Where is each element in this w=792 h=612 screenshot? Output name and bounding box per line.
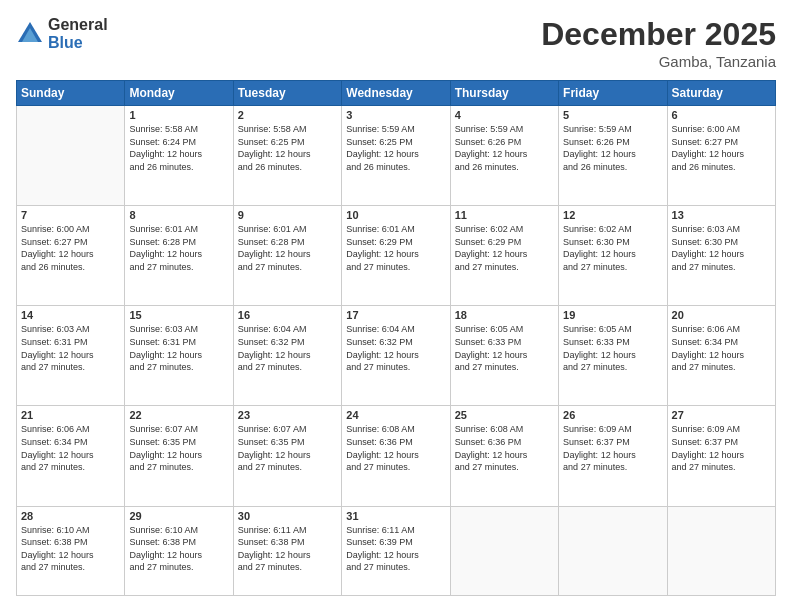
day-number: 21 (21, 409, 120, 421)
calendar-cell: 17Sunrise: 6:04 AMSunset: 6:32 PMDayligh… (342, 306, 450, 406)
calendar: SundayMondayTuesdayWednesdayThursdayFrid… (16, 80, 776, 596)
day-number: 23 (238, 409, 337, 421)
calendar-cell: 27Sunrise: 6:09 AMSunset: 6:37 PMDayligh… (667, 406, 775, 506)
day-number: 30 (238, 510, 337, 522)
day-info: Sunrise: 6:03 AMSunset: 6:30 PMDaylight:… (672, 223, 771, 273)
day-info: Sunrise: 6:09 AMSunset: 6:37 PMDaylight:… (563, 423, 662, 473)
day-info: Sunrise: 6:05 AMSunset: 6:33 PMDaylight:… (563, 323, 662, 373)
day-number: 11 (455, 209, 554, 221)
day-info: Sunrise: 6:10 AMSunset: 6:38 PMDaylight:… (129, 524, 228, 574)
day-info: Sunrise: 5:59 AMSunset: 6:26 PMDaylight:… (563, 123, 662, 173)
day-number: 18 (455, 309, 554, 321)
day-number: 17 (346, 309, 445, 321)
day-info: Sunrise: 6:08 AMSunset: 6:36 PMDaylight:… (346, 423, 445, 473)
calendar-cell: 24Sunrise: 6:08 AMSunset: 6:36 PMDayligh… (342, 406, 450, 506)
day-number: 19 (563, 309, 662, 321)
calendar-cell: 14Sunrise: 6:03 AMSunset: 6:31 PMDayligh… (17, 306, 125, 406)
weekday-header-wednesday: Wednesday (342, 81, 450, 106)
logo-icon (16, 20, 44, 48)
calendar-cell: 29Sunrise: 6:10 AMSunset: 6:38 PMDayligh… (125, 506, 233, 595)
day-number: 15 (129, 309, 228, 321)
calendar-cell: 16Sunrise: 6:04 AMSunset: 6:32 PMDayligh… (233, 306, 341, 406)
weekday-header-sunday: Sunday (17, 81, 125, 106)
page: General Blue December 2025 Gamba, Tanzan… (0, 0, 792, 612)
calendar-cell: 28Sunrise: 6:10 AMSunset: 6:38 PMDayligh… (17, 506, 125, 595)
week-row-1: 1Sunrise: 5:58 AMSunset: 6:24 PMDaylight… (17, 106, 776, 206)
day-info: Sunrise: 6:05 AMSunset: 6:33 PMDaylight:… (455, 323, 554, 373)
day-info: Sunrise: 5:58 AMSunset: 6:24 PMDaylight:… (129, 123, 228, 173)
day-number: 4 (455, 109, 554, 121)
day-number: 12 (563, 209, 662, 221)
day-number: 10 (346, 209, 445, 221)
day-number: 20 (672, 309, 771, 321)
day-info: Sunrise: 6:06 AMSunset: 6:34 PMDaylight:… (21, 423, 120, 473)
calendar-cell: 15Sunrise: 6:03 AMSunset: 6:31 PMDayligh… (125, 306, 233, 406)
calendar-cell: 3Sunrise: 5:59 AMSunset: 6:25 PMDaylight… (342, 106, 450, 206)
calendar-cell: 4Sunrise: 5:59 AMSunset: 6:26 PMDaylight… (450, 106, 558, 206)
day-number: 3 (346, 109, 445, 121)
day-info: Sunrise: 5:59 AMSunset: 6:26 PMDaylight:… (455, 123, 554, 173)
day-number: 5 (563, 109, 662, 121)
title-block: December 2025 Gamba, Tanzania (541, 16, 776, 70)
day-info: Sunrise: 6:03 AMSunset: 6:31 PMDaylight:… (129, 323, 228, 373)
calendar-cell (450, 506, 558, 595)
day-number: 8 (129, 209, 228, 221)
day-number: 29 (129, 510, 228, 522)
day-info: Sunrise: 6:06 AMSunset: 6:34 PMDaylight:… (672, 323, 771, 373)
weekday-header-thursday: Thursday (450, 81, 558, 106)
day-info: Sunrise: 6:01 AMSunset: 6:28 PMDaylight:… (238, 223, 337, 273)
day-number: 1 (129, 109, 228, 121)
day-info: Sunrise: 5:58 AMSunset: 6:25 PMDaylight:… (238, 123, 337, 173)
calendar-cell: 30Sunrise: 6:11 AMSunset: 6:38 PMDayligh… (233, 506, 341, 595)
weekday-header-row: SundayMondayTuesdayWednesdayThursdayFrid… (17, 81, 776, 106)
week-row-2: 7Sunrise: 6:00 AMSunset: 6:27 PMDaylight… (17, 206, 776, 306)
logo-blue-label: Blue (48, 34, 108, 52)
weekday-header-tuesday: Tuesday (233, 81, 341, 106)
week-row-3: 14Sunrise: 6:03 AMSunset: 6:31 PMDayligh… (17, 306, 776, 406)
calendar-cell: 31Sunrise: 6:11 AMSunset: 6:39 PMDayligh… (342, 506, 450, 595)
header: General Blue December 2025 Gamba, Tanzan… (16, 16, 776, 70)
calendar-cell: 7Sunrise: 6:00 AMSunset: 6:27 PMDaylight… (17, 206, 125, 306)
calendar-cell: 19Sunrise: 6:05 AMSunset: 6:33 PMDayligh… (559, 306, 667, 406)
logo: General Blue (16, 16, 108, 51)
day-number: 28 (21, 510, 120, 522)
calendar-cell: 20Sunrise: 6:06 AMSunset: 6:34 PMDayligh… (667, 306, 775, 406)
day-info: Sunrise: 5:59 AMSunset: 6:25 PMDaylight:… (346, 123, 445, 173)
day-info: Sunrise: 6:11 AMSunset: 6:39 PMDaylight:… (346, 524, 445, 574)
day-number: 14 (21, 309, 120, 321)
calendar-cell: 26Sunrise: 6:09 AMSunset: 6:37 PMDayligh… (559, 406, 667, 506)
week-row-4: 21Sunrise: 6:06 AMSunset: 6:34 PMDayligh… (17, 406, 776, 506)
calendar-cell (17, 106, 125, 206)
calendar-cell: 18Sunrise: 6:05 AMSunset: 6:33 PMDayligh… (450, 306, 558, 406)
calendar-cell: 10Sunrise: 6:01 AMSunset: 6:29 PMDayligh… (342, 206, 450, 306)
day-number: 16 (238, 309, 337, 321)
location: Gamba, Tanzania (541, 53, 776, 70)
day-info: Sunrise: 6:02 AMSunset: 6:30 PMDaylight:… (563, 223, 662, 273)
calendar-cell: 5Sunrise: 5:59 AMSunset: 6:26 PMDaylight… (559, 106, 667, 206)
day-number: 6 (672, 109, 771, 121)
calendar-cell: 22Sunrise: 6:07 AMSunset: 6:35 PMDayligh… (125, 406, 233, 506)
day-number: 13 (672, 209, 771, 221)
logo-text: General Blue (48, 16, 108, 51)
day-number: 31 (346, 510, 445, 522)
day-info: Sunrise: 6:07 AMSunset: 6:35 PMDaylight:… (129, 423, 228, 473)
calendar-cell: 25Sunrise: 6:08 AMSunset: 6:36 PMDayligh… (450, 406, 558, 506)
day-info: Sunrise: 6:09 AMSunset: 6:37 PMDaylight:… (672, 423, 771, 473)
calendar-cell: 1Sunrise: 5:58 AMSunset: 6:24 PMDaylight… (125, 106, 233, 206)
week-row-5: 28Sunrise: 6:10 AMSunset: 6:38 PMDayligh… (17, 506, 776, 595)
day-info: Sunrise: 6:04 AMSunset: 6:32 PMDaylight:… (238, 323, 337, 373)
calendar-cell: 12Sunrise: 6:02 AMSunset: 6:30 PMDayligh… (559, 206, 667, 306)
day-number: 27 (672, 409, 771, 421)
calendar-cell: 2Sunrise: 5:58 AMSunset: 6:25 PMDaylight… (233, 106, 341, 206)
calendar-cell: 11Sunrise: 6:02 AMSunset: 6:29 PMDayligh… (450, 206, 558, 306)
calendar-cell (667, 506, 775, 595)
day-info: Sunrise: 6:07 AMSunset: 6:35 PMDaylight:… (238, 423, 337, 473)
day-number: 9 (238, 209, 337, 221)
day-info: Sunrise: 6:00 AMSunset: 6:27 PMDaylight:… (21, 223, 120, 273)
day-info: Sunrise: 6:08 AMSunset: 6:36 PMDaylight:… (455, 423, 554, 473)
calendar-cell: 6Sunrise: 6:00 AMSunset: 6:27 PMDaylight… (667, 106, 775, 206)
month-title: December 2025 (541, 16, 776, 53)
day-info: Sunrise: 6:03 AMSunset: 6:31 PMDaylight:… (21, 323, 120, 373)
calendar-cell: 13Sunrise: 6:03 AMSunset: 6:30 PMDayligh… (667, 206, 775, 306)
calendar-cell (559, 506, 667, 595)
